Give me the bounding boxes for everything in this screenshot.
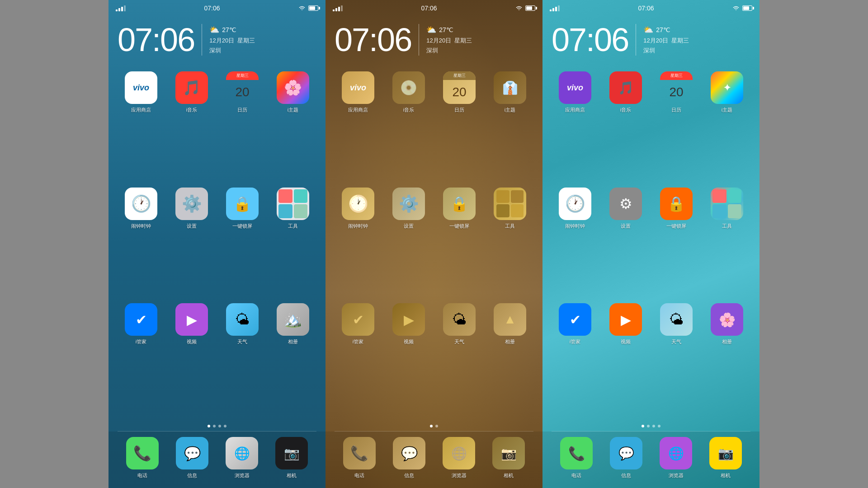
app-gallery-1[interactable]: 🏔️ 相册 bbox=[269, 303, 316, 416]
clock-area-1: 07:06 ⛅ 27℃ 12月20日 星期三 深圳 bbox=[108, 14, 326, 61]
dock-icon-phone-3: 📞 bbox=[560, 437, 593, 469]
app-lock-2[interactable]: 🔒 一键锁屏 bbox=[436, 188, 483, 300]
app-label-manager-3: i管家 bbox=[570, 338, 580, 345]
dock-icon-message-2: 💬 bbox=[393, 437, 425, 469]
app-label-clock-2: 闹钟时钟 bbox=[348, 223, 368, 230]
app-label-weather-2: 天气 bbox=[454, 338, 464, 345]
app-weather-2[interactable]: 🌤 天气 bbox=[436, 303, 483, 416]
app-calendar-1[interactable]: 星期三 20 日历 bbox=[219, 71, 266, 184]
app-clock-3[interactable]: 🕐 闹钟时钟 bbox=[552, 188, 599, 300]
app-vivo-store-1[interactable]: vivo 应用商店 bbox=[118, 71, 165, 184]
app-label-settings-1: 设置 bbox=[187, 223, 197, 230]
app-label-music-3: i音乐 bbox=[620, 107, 631, 113]
page-dots-1 bbox=[108, 421, 326, 431]
city-1: 深圳 bbox=[209, 47, 255, 55]
app-manager-1[interactable]: ✔ i管家 bbox=[118, 303, 165, 416]
battery-icon-2 bbox=[525, 5, 535, 11]
app-label-calendar-1: 日历 bbox=[237, 107, 247, 113]
app-label-video-3: 视频 bbox=[621, 338, 631, 345]
app-label-tools-2: 工具 bbox=[505, 223, 515, 230]
dot-1-1 bbox=[208, 425, 210, 427]
dock-phone-3[interactable]: 📞 电话 bbox=[560, 437, 593, 479]
app-icon-vivo-1: vivo bbox=[125, 71, 157, 104]
phone-1: 07:06 07:06 ⛅ 27℃ 12月20日 星期三 深圳 bbox=[108, 0, 326, 488]
app-tools-1[interactable]: 工具 bbox=[269, 188, 316, 300]
app-settings-1[interactable]: ⚙️ 设置 bbox=[168, 188, 215, 300]
app-gallery-2[interactable]: ▲ 相册 bbox=[486, 303, 533, 416]
app-tools-3[interactable]: 工具 bbox=[703, 188, 750, 300]
dock-message-2[interactable]: 💬 信息 bbox=[393, 437, 425, 479]
app-icon-weather-3: 🌤 bbox=[660, 303, 693, 336]
app-icon-lock-2: 🔒 bbox=[443, 188, 476, 220]
app-label-music-1: i音乐 bbox=[186, 107, 197, 113]
app-clock-2[interactable]: 🕐 闹钟时钟 bbox=[335, 188, 382, 300]
app-icon-calendar-2: 星期三 20 bbox=[443, 71, 476, 104]
app-settings-2[interactable]: ⚙️ 设置 bbox=[385, 188, 432, 300]
app-label-calendar-2: 日历 bbox=[454, 107, 464, 113]
app-music-3[interactable]: 🎵 i音乐 bbox=[602, 71, 649, 184]
app-calendar-3[interactable]: 星期三 20 日历 bbox=[653, 71, 700, 184]
app-video-2[interactable]: ▶ 视频 bbox=[385, 303, 432, 416]
dock-message-3[interactable]: 💬 信息 bbox=[610, 437, 642, 479]
app-label-clock-1: 闹钟时钟 bbox=[131, 223, 151, 230]
app-label-theme-2: i主题 bbox=[505, 107, 515, 113]
dock-phone-1[interactable]: 📞 电话 bbox=[126, 437, 159, 479]
app-vivo-store-3[interactable]: vivo 应用商店 bbox=[552, 71, 599, 184]
app-icon-tools-2 bbox=[494, 188, 526, 220]
app-calendar-2[interactable]: 星期三 20 日历 bbox=[436, 71, 483, 184]
app-vivo-store-2[interactable]: vivo 应用商店 bbox=[335, 71, 382, 184]
dock-label-browser-2: 浏览器 bbox=[452, 472, 467, 479]
dock-phone-2[interactable]: 📞 电话 bbox=[343, 437, 376, 479]
app-grid-2: vivo 应用商店 💿 i音乐 星期三 20 日历 👔 i主题 bbox=[326, 61, 542, 421]
dock-browser-1[interactable]: 🌐 浏览器 bbox=[226, 437, 258, 479]
status-right-1 bbox=[298, 5, 318, 11]
dock-icon-browser-1: 🌐 bbox=[226, 437, 258, 469]
dock-camera-3[interactable]: 📷 相机 bbox=[709, 437, 742, 479]
app-tools-2[interactable]: 工具 bbox=[486, 188, 533, 300]
app-icon-clock-3: 🕐 bbox=[559, 188, 591, 220]
dock-2: 📞 电话 💬 信息 🌐 浏览器 📷 相机 bbox=[326, 432, 542, 488]
app-lock-3[interactable]: 🔒 一键锁屏 bbox=[653, 188, 700, 300]
app-icon-theme-2: 👔 bbox=[494, 71, 526, 104]
signal-icon-2 bbox=[333, 5, 343, 11]
status-bar-1: 07:06 bbox=[108, 0, 326, 14]
status-bar-3: 07:06 bbox=[542, 0, 760, 14]
app-manager-3[interactable]: ✔ i管家 bbox=[552, 303, 599, 416]
app-music-1[interactable]: 🎵 i音乐 bbox=[168, 71, 215, 184]
battery-icon-3 bbox=[742, 5, 752, 11]
dock-browser-3[interactable]: 🌐 浏览器 bbox=[660, 437, 692, 479]
dot-3-3 bbox=[652, 425, 655, 427]
app-weather-1[interactable]: 🌤 天气 bbox=[219, 303, 266, 416]
dock-message-1[interactable]: 💬 信息 bbox=[176, 437, 208, 479]
app-lock-1[interactable]: 🔒 一键锁屏 bbox=[219, 188, 266, 300]
clock-time-3: 07:06 bbox=[552, 23, 628, 56]
app-label-video-1: 视频 bbox=[187, 338, 197, 345]
weather-row-2: ⛅ 27℃ bbox=[426, 25, 472, 35]
app-icon-theme-1: 🌸 bbox=[277, 71, 309, 104]
app-video-3[interactable]: ▶ 视频 bbox=[602, 303, 649, 416]
dot-2-1 bbox=[430, 425, 433, 427]
dot-1-4 bbox=[224, 425, 226, 427]
app-settings-3[interactable]: ⚙ 设置 bbox=[602, 188, 649, 300]
app-theme-3[interactable]: ✦ i主题 bbox=[703, 71, 750, 184]
app-theme-1[interactable]: 🌸 i主题 bbox=[269, 71, 316, 184]
app-icon-vivo-3: vivo bbox=[559, 71, 591, 104]
dock-camera-1[interactable]: 📷 相机 bbox=[275, 437, 308, 479]
app-grid-1: vivo 应用商店 🎵 i音乐 星期三 20 日历 🌸 i主题 bbox=[108, 61, 326, 421]
app-manager-2[interactable]: ✔ i管家 bbox=[335, 303, 382, 416]
app-icon-tools-3 bbox=[711, 188, 743, 220]
dock-camera-2[interactable]: 📷 相机 bbox=[492, 437, 525, 479]
app-video-1[interactable]: ▶ 视频 bbox=[168, 303, 215, 416]
app-gallery-3[interactable]: 🌸 相册 bbox=[703, 303, 750, 416]
signal-icon bbox=[116, 5, 126, 11]
dock-browser-2[interactable]: 🌐 浏览器 bbox=[443, 437, 475, 479]
app-clock-1[interactable]: 🕐 闹钟时钟 bbox=[118, 188, 165, 300]
app-theme-2[interactable]: 👔 i主题 bbox=[486, 71, 533, 184]
app-icon-vivo-2: vivo bbox=[342, 71, 374, 104]
clock-divider-1 bbox=[202, 24, 202, 56]
app-music-2[interactable]: 💿 i音乐 bbox=[385, 71, 432, 184]
app-weather-3[interactable]: 🌤 天气 bbox=[653, 303, 700, 416]
wifi-icon-1 bbox=[298, 5, 306, 11]
status-time-3: 07:06 bbox=[638, 5, 654, 12]
dot-3-1 bbox=[642, 425, 644, 427]
